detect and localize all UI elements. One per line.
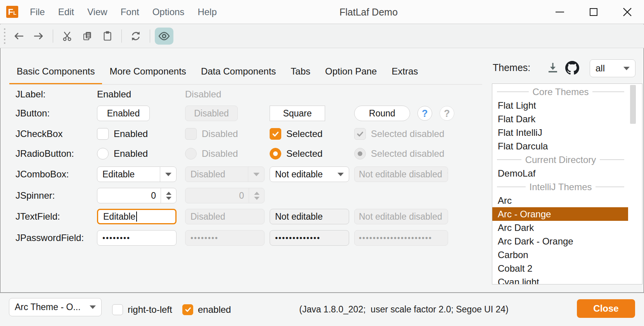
- toolbar-separator: [121, 29, 122, 43]
- theme-item[interactable]: Carbon: [492, 248, 628, 262]
- menu-options[interactable]: Options: [146, 7, 191, 17]
- themes-filter-value: all: [596, 63, 605, 74]
- maximize-button[interactable]: [576, 0, 610, 24]
- passwordfield-enabled[interactable]: ••••••••: [97, 230, 177, 246]
- menu-file[interactable]: File: [23, 7, 52, 17]
- theme-item[interactable]: Flat IntelliJ: [492, 126, 628, 139]
- checkbox-selected[interactable]: [270, 128, 281, 140]
- spinner-value[interactable]: 0: [97, 191, 161, 201]
- spinner-down-icon: [254, 197, 260, 200]
- combobox-arrow-button[interactable]: [160, 167, 176, 182]
- tab-data-components[interactable]: Data Components: [194, 58, 283, 85]
- spinner-buttons[interactable]: [161, 188, 176, 203]
- jbutton-square[interactable]: Square: [270, 106, 325, 121]
- theme-item[interactable]: Flat Dark: [492, 112, 628, 126]
- checkbox-selected-label: Selected: [286, 128, 322, 139]
- refresh-button[interactable]: [126, 28, 145, 45]
- close-icon: [622, 7, 632, 17]
- theme-item[interactable]: Flat Light: [492, 99, 628, 112]
- textfield-not-editable[interactable]: Not editable: [270, 209, 349, 224]
- toolbar-grip[interactable]: [4, 28, 5, 44]
- tab-tabs[interactable]: Tabs: [283, 58, 318, 85]
- theme-item[interactable]: Cobalt 2: [492, 262, 628, 275]
- tab-basic-components[interactable]: Basic Components: [9, 58, 102, 85]
- maximize-icon: [590, 8, 597, 16]
- radio-selected-label: Selected: [286, 148, 322, 159]
- minimize-button[interactable]: [543, 0, 576, 24]
- spinner-disabled: 0: [185, 188, 265, 203]
- radio-disabled: [185, 148, 197, 160]
- jlabel-disabled: Disabled: [185, 89, 221, 100]
- forward-button[interactable]: [29, 28, 48, 45]
- textfield-editable[interactable]: Editable: [97, 209, 177, 224]
- radio-disabled-label: Disabled: [202, 148, 238, 159]
- title-bar: FL File Edit View Font Options Help Flat…: [0, 0, 644, 24]
- spinner-enabled[interactable]: 0: [97, 188, 177, 203]
- show-toggle-button[interactable]: [155, 28, 173, 45]
- jbutton-enabled[interactable]: Enabled: [97, 106, 150, 121]
- refresh-icon: [130, 30, 142, 42]
- tab-more-components[interactable]: More Components: [102, 58, 193, 85]
- chevron-down-icon: [165, 173, 171, 176]
- combobox-arrow-button[interactable]: [332, 167, 349, 182]
- checkbox-selected-disabled: [354, 128, 366, 140]
- enabled-checkbox-group: enabled: [182, 293, 231, 326]
- chevron-down-icon: [338, 173, 344, 176]
- check-icon: [272, 130, 279, 138]
- enabled-checkbox-label: enabled: [198, 304, 231, 315]
- scrollbar-thumb[interactable]: [630, 85, 636, 124]
- theme-item-selected[interactable]: Arc - Orange: [492, 207, 628, 221]
- themes-filter-combobox[interactable]: all: [590, 59, 635, 77]
- checkbox-enabled-label: Enabled: [114, 128, 148, 139]
- combobox-editable[interactable]: Editable: [97, 166, 177, 182]
- download-themes-button[interactable]: [545, 61, 560, 75]
- spinner-down-icon: [166, 197, 171, 200]
- menu-font[interactable]: Font: [114, 7, 146, 17]
- tab-option-pane[interactable]: Option Pane: [318, 58, 384, 85]
- paste-button[interactable]: [98, 28, 117, 45]
- menu-edit[interactable]: Edit: [52, 7, 81, 17]
- minimize-icon: [556, 12, 564, 12]
- close-button[interactable]: Close: [577, 299, 635, 318]
- jbutton-help[interactable]: ?: [417, 106, 432, 121]
- theme-group-separator: Current Directory: [497, 153, 624, 166]
- jcheckbox-label: JCheckBox: [16, 128, 62, 139]
- bottom-bar: Arc Theme - O... right-to-left enabled (…: [0, 292, 644, 326]
- themes-label: Themes:: [493, 62, 530, 73]
- radio-selected[interactable]: [270, 148, 281, 160]
- theme-group-separator: Core Themes: [497, 85, 624, 99]
- theme-item[interactable]: DemoLaf: [492, 166, 628, 180]
- radio-enabled[interactable]: [97, 148, 109, 160]
- checkbox-enabled[interactable]: [97, 128, 109, 140]
- theme-selector-combobox[interactable]: Arc Theme - O...: [9, 298, 102, 316]
- checkbox-disabled: [185, 128, 197, 140]
- jbutton-row: JButton: Enabled Disabled Square Round ?…: [0, 105, 481, 122]
- jbutton-disabled[interactable]: Disabled: [185, 106, 238, 121]
- textfield-disabled: Disabled: [185, 209, 265, 224]
- combobox-not-editable[interactable]: Not editable: [270, 166, 349, 182]
- github-icon: [565, 61, 579, 75]
- passwordfield-not-editable[interactable]: •••••••••••••: [270, 230, 349, 246]
- menu-view[interactable]: View: [81, 7, 114, 17]
- theme-item[interactable]: Arc: [492, 194, 628, 207]
- forward-arrow-icon: [33, 30, 45, 42]
- enabled-checkbox[interactable]: [182, 304, 193, 315]
- theme-item[interactable]: Flat Darcula: [492, 139, 628, 153]
- chevron-down-icon: [447, 173, 448, 176]
- check-icon: [356, 130, 364, 138]
- rtl-checkbox[interactable]: [112, 304, 123, 315]
- cut-button[interactable]: [58, 28, 76, 45]
- copy-button[interactable]: [78, 28, 97, 45]
- theme-item[interactable]: Cyan light: [492, 275, 628, 284]
- theme-item[interactable]: Arc Dark: [492, 221, 628, 234]
- jbutton-help-disabled[interactable]: ?: [440, 106, 454, 121]
- jspinner-row: JSpinner: 0 0: [0, 187, 481, 204]
- tab-extras[interactable]: Extras: [384, 58, 425, 85]
- close-window-button[interactable]: [610, 0, 644, 24]
- github-button[interactable]: [565, 61, 580, 75]
- theme-item[interactable]: Arc Dark - Orange: [492, 234, 628, 248]
- jbutton-round[interactable]: Round: [354, 106, 410, 121]
- back-button[interactable]: [9, 28, 28, 45]
- app-logo-text: FL: [8, 6, 16, 18]
- back-arrow-icon: [12, 30, 25, 42]
